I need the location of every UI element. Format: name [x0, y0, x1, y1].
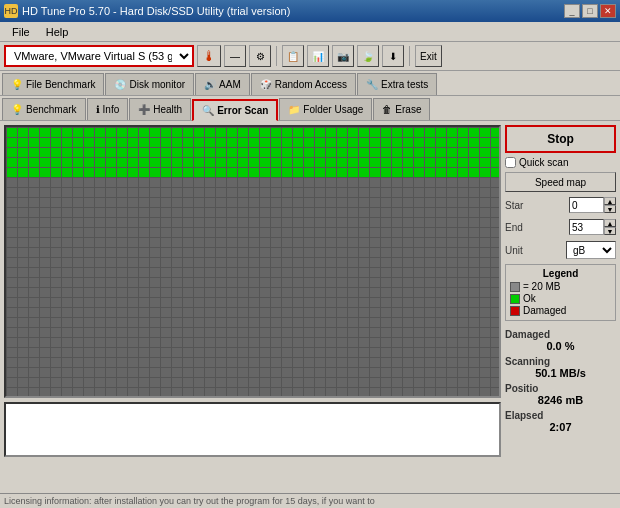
tabs-row2: 💡 Benchmark ℹ Info ➕ Health 🔍 Error Scan… — [0, 96, 620, 121]
folder-usage-icon: 📁 — [288, 104, 300, 115]
disk-monitor-icon: 💿 — [114, 79, 126, 90]
btn1[interactable]: 📋 — [282, 45, 304, 67]
position-value: 8246 mB — [505, 394, 616, 406]
end-spinner: ▲ ▼ — [569, 219, 616, 235]
menu-file[interactable]: File — [4, 25, 38, 39]
quick-scan-label: Quick scan — [519, 157, 568, 168]
tab-health[interactable]: ➕ Health — [129, 98, 191, 120]
exit-button[interactable]: Exit — [415, 45, 442, 67]
thermometer-icon: 🌡 — [202, 48, 216, 64]
legend-section: Legend = 20 MB Ok Damaged — [505, 264, 616, 321]
unit-label: Unit — [505, 245, 523, 256]
star-spinner: ▲ ▼ — [569, 197, 616, 213]
end-row: End ▲ ▼ — [505, 218, 616, 236]
legend-label-gray: = 20 MB — [523, 281, 561, 292]
position-label: Positio — [505, 383, 616, 394]
scan-grid-container — [4, 125, 501, 398]
speed-map-button[interactable]: Speed map — [505, 172, 616, 192]
toolbar: VMware, VMware Virtual S (53 gB) 🌡 — ⚙ 📋… — [0, 42, 620, 71]
menu-help[interactable]: Help — [38, 25, 77, 39]
unit-select[interactable]: gB MB TB — [566, 241, 616, 259]
legend-item-green: Ok — [510, 293, 611, 304]
scan-canvas — [6, 127, 499, 398]
erase-icon: 🗑 — [382, 104, 392, 115]
separator — [276, 46, 277, 66]
tab-erase[interactable]: 🗑 Erase — [373, 98, 430, 120]
extra-tests-icon: 🔧 — [366, 79, 378, 90]
title-bar: HD HD Tune Pro 5.70 - Hard Disk/SSD Util… — [0, 0, 620, 22]
legend-color-gray — [510, 282, 520, 292]
right-panel: Stop Quick scan Speed map Star ▲ ▼ End — [505, 125, 616, 457]
close-button[interactable]: ✕ — [600, 4, 616, 18]
star-arrows: ▲ ▼ — [604, 197, 616, 213]
end-arrows: ▲ ▼ — [604, 219, 616, 235]
tabs-container-row1: 💡 File Benchmark 💿 Disk monitor 🔊 AAM 🎲 … — [0, 71, 620, 96]
btn5[interactable]: ⬇ — [382, 45, 404, 67]
tab-extra-tests[interactable]: 🔧 Extra tests — [357, 73, 437, 95]
legend-label-red: Damaged — [523, 305, 566, 316]
dash-button[interactable]: — — [224, 45, 246, 67]
elapsed-value: 2:07 — [505, 421, 616, 433]
scanning-label: Scanning — [505, 356, 616, 367]
tab-error-scan[interactable]: 🔍 Error Scan — [192, 99, 278, 121]
star-input[interactable] — [569, 197, 604, 213]
stop-button[interactable]: Stop — [505, 125, 616, 153]
app-icon: HD — [4, 4, 18, 18]
tabs-row1: 💡 File Benchmark 💿 Disk monitor 🔊 AAM 🎲 … — [0, 71, 620, 96]
elapsed-label: Elapsed — [505, 410, 616, 421]
star-label: Star — [505, 200, 523, 211]
end-down-arrow[interactable]: ▼ — [604, 227, 616, 235]
minimize-button[interactable]: _ — [564, 4, 580, 18]
legend-color-red — [510, 306, 520, 316]
status-text: Licensing information: after installatio… — [4, 496, 375, 506]
scan-area — [4, 125, 501, 457]
tab-random-access[interactable]: 🎲 Random Access — [251, 73, 356, 95]
tab-aam[interactable]: 🔊 AAM — [195, 73, 250, 95]
quick-scan-row: Quick scan — [505, 157, 616, 168]
legend-item-gray: = 20 MB — [510, 281, 611, 292]
legend-label-green: Ok — [523, 293, 536, 304]
drive-select[interactable]: VMware, VMware Virtual S (53 gB) — [4, 45, 194, 67]
temp-button[interactable]: 🌡 — [197, 45, 221, 67]
benchmark-icon: 💡 — [11, 104, 23, 115]
tab-info[interactable]: ℹ Info — [87, 98, 129, 120]
window-controls: _ □ ✕ — [564, 4, 616, 18]
btn2[interactable]: 📊 — [307, 45, 329, 67]
settings-button[interactable]: ⚙ — [249, 45, 271, 67]
unit-row: Unit gB MB TB — [505, 240, 616, 260]
health-icon: ➕ — [138, 104, 150, 115]
damaged-label: Damaged — [505, 329, 616, 340]
star-up-arrow[interactable]: ▲ — [604, 197, 616, 205]
random-access-icon: 🎲 — [260, 79, 272, 90]
scanning-value: 50.1 MB/s — [505, 367, 616, 379]
maximize-button[interactable]: □ — [582, 4, 598, 18]
btn3[interactable]: 📷 — [332, 45, 354, 67]
tab-file-benchmark[interactable]: 💡 File Benchmark — [2, 73, 104, 95]
tab-benchmark[interactable]: 💡 Benchmark — [2, 98, 86, 120]
stats-section: Damaged 0.0 % Scanning 50.1 MB/s Positio… — [505, 325, 616, 433]
scan-result-area — [4, 402, 501, 457]
legend-item-red: Damaged — [510, 305, 611, 316]
separator2 — [409, 46, 410, 66]
end-input[interactable] — [569, 219, 604, 235]
star-row: Star ▲ ▼ — [505, 196, 616, 214]
main-content: Stop Quick scan Speed map Star ▲ ▼ End — [0, 121, 620, 461]
file-benchmark-icon: 💡 — [11, 79, 23, 90]
aam-icon: 🔊 — [204, 79, 216, 90]
error-scan-icon: 🔍 — [202, 105, 214, 116]
btn4[interactable]: 🍃 — [357, 45, 379, 67]
damaged-value: 0.0 % — [505, 340, 616, 352]
gear-icon: ⚙ — [256, 51, 265, 62]
tabs-container-row2: 💡 Benchmark ℹ Info ➕ Health 🔍 Error Scan… — [0, 96, 620, 121]
legend-title: Legend — [510, 268, 611, 279]
menu-bar: File Help — [0, 22, 620, 42]
end-up-arrow[interactable]: ▲ — [604, 219, 616, 227]
window-title: HD Tune Pro 5.70 - Hard Disk/SSD Utility… — [22, 5, 290, 17]
tab-folder-usage[interactable]: 📁 Folder Usage — [279, 98, 372, 120]
status-bar: Licensing information: after installatio… — [0, 493, 620, 508]
star-down-arrow[interactable]: ▼ — [604, 205, 616, 213]
quick-scan-checkbox[interactable] — [505, 157, 516, 168]
legend-color-green — [510, 294, 520, 304]
tab-disk-monitor[interactable]: 💿 Disk monitor — [105, 73, 194, 95]
end-label: End — [505, 222, 523, 233]
